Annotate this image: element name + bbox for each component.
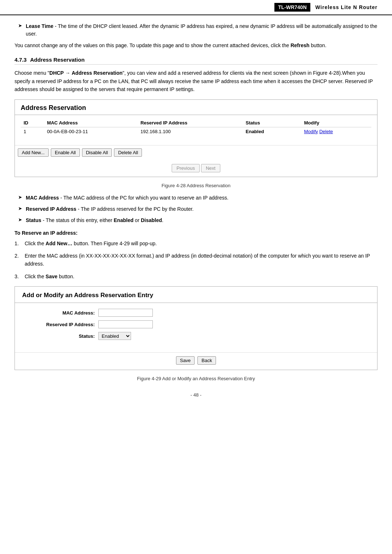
modify-link[interactable]: Modify	[304, 129, 318, 134]
cell-id: 1	[21, 127, 44, 136]
table-button-row: Add New... Enable All Disable All Delete…	[15, 145, 377, 161]
save-bold: Save	[46, 274, 58, 279]
lease-time-label: Lease Time	[26, 23, 53, 29]
refresh-bold: Refresh	[290, 42, 309, 48]
intro-para: Choose menu "DHCP → Address Reservation"…	[15, 69, 377, 93]
status-text: Status - The status of this entry, eithe…	[26, 217, 163, 224]
cell-mac: 00-0A-EB-00-23-11	[44, 127, 138, 136]
step-2-num: 2.	[15, 252, 25, 268]
next-button[interactable]: Next	[201, 164, 220, 172]
step-3-num: 3.	[15, 272, 25, 280]
disable-all-button[interactable]: Disable All	[82, 148, 112, 157]
back-button[interactable]: Back	[197, 356, 216, 365]
previous-button[interactable]: Previous	[172, 164, 200, 172]
form-button-row: Save Back	[15, 352, 377, 370]
mac-address-label: MAC Address	[26, 195, 59, 201]
reserved-ip-text: Reserved IP Address - The IP address res…	[26, 205, 194, 213]
bullet-reserved-ip: ➤ Reserved IP Address - The IP address r…	[15, 205, 377, 213]
bullet-lease-time: ➤ Lease Time - The time of the DHCP clie…	[15, 22, 377, 38]
bullet-arrow-icon: ➤	[18, 23, 22, 38]
bullet-mac-address: ➤ MAC Address - The MAC address of the P…	[15, 194, 377, 202]
page-number: - 48 -	[15, 392, 377, 398]
lease-time-text: Lease Time - The time of the DHCP client…	[26, 22, 377, 38]
mac-address-row: MAC Address:	[22, 309, 370, 317]
mac-address-form-label: MAC Address:	[22, 310, 95, 316]
step-1: 1. Click the Add New… button. Then Figur…	[15, 239, 377, 247]
bullet-arrow-ip: ➤	[18, 206, 22, 213]
status-select[interactable]: Enabled Disabled	[98, 332, 131, 340]
step-1-text: Click the Add New… button. Then Figure 4…	[25, 239, 377, 247]
add-modify-panel: Add or Modify an Address Reservation Ent…	[15, 286, 377, 370]
bullet-status: ➤ Status - The status of this entry, eit…	[15, 217, 377, 224]
disabled-label: Disabled	[141, 217, 162, 223]
table-header-row: ID MAC Address Reserved IP Address Statu…	[21, 119, 371, 127]
form-body: MAC Address: Reserved IP Address: Status…	[15, 303, 377, 349]
form-panel-title: Add or Modify an Address Reservation Ent…	[15, 287, 377, 303]
dhcp-bold: DHCP	[49, 70, 64, 76]
cell-status: Enabled	[243, 127, 301, 136]
col-id-header: ID	[21, 119, 44, 127]
fig29-caption: Figure 4-29 Add or Modify an Address Res…	[15, 376, 377, 381]
step-1-num: 1.	[15, 239, 25, 247]
enabled-label: Enabled	[114, 217, 133, 223]
step-2: 2. Enter the MAC address (in XX-XX-XX-XX…	[15, 252, 377, 268]
reserve-heading: To Reserve an IP address:	[15, 230, 377, 236]
col-status-header: Status	[243, 119, 301, 127]
model-label: TL-WR740N	[274, 3, 310, 12]
step-2-text: Enter the MAC address (in XX-XX-XX-XX-XX…	[25, 252, 377, 268]
mac-address-text: MAC Address - The MAC address of the PC …	[26, 194, 228, 202]
step-3-text: Click the Save button.	[25, 272, 377, 280]
cell-ip: 192.168.1.100	[138, 127, 243, 136]
table-row: 1 00-0A-EB-00-23-11 192.168.1.100 Enable…	[21, 127, 371, 136]
page-header: TL-WR740N Wireless Lite N Router	[0, 0, 392, 15]
col-mac-header: MAC Address	[44, 119, 138, 127]
save-button[interactable]: Save	[176, 356, 195, 365]
col-modify-header: Modify	[301, 119, 371, 127]
address-reservation-panel: Address Reservation ID MAC Address Reser…	[15, 99, 377, 177]
status-row: Status: Enabled Disabled	[22, 332, 370, 340]
section-title: Address Reservation	[30, 57, 85, 63]
step-3: 3. Click the Save button.	[15, 272, 377, 280]
col-ip-header: Reserved IP Address	[138, 119, 243, 127]
refresh-para: You cannot change any of the values on t…	[15, 41, 377, 49]
nav-row: Previous Next	[15, 161, 377, 177]
reserved-ip-form-label: Reserved IP Address:	[22, 322, 95, 327]
panel-title: Address Reservation	[15, 100, 377, 115]
steps-list: 1. Click the Add New… button. Then Figur…	[15, 239, 377, 281]
reserved-ip-row: Reserved IP Address:	[22, 320, 370, 328]
section-number: 4.7.3	[15, 57, 26, 63]
status-label: Status	[26, 217, 41, 223]
add-new-button[interactable]: Add New...	[18, 148, 49, 157]
section-heading-473: 4.7.3 Address Reservation	[15, 57, 377, 65]
reserved-ip-input[interactable]	[98, 320, 153, 328]
status-form-label: Status:	[22, 333, 95, 339]
cell-modify: Modify Delete	[301, 127, 371, 136]
main-content: ➤ Lease Time - The time of the DHCP clie…	[0, 22, 392, 412]
reserved-ip-label: Reserved IP Address	[26, 206, 76, 212]
delete-all-button[interactable]: Delete All	[114, 148, 142, 157]
panel-body: ID MAC Address Reserved IP Address Statu…	[15, 115, 377, 144]
mac-address-input[interactable]	[98, 309, 153, 317]
reservation-table: ID MAC Address Reserved IP Address Statu…	[21, 119, 371, 136]
bullet-arrow-status: ➤	[18, 217, 22, 224]
enable-all-button[interactable]: Enable All	[51, 148, 80, 157]
bullet-arrow-mac: ➤	[18, 194, 22, 202]
fig28-caption: Figure 4-28 Address Reservation	[15, 183, 377, 188]
router-title: Wireless Lite N Router	[312, 3, 381, 12]
addr-res-bold: Address Reservation	[72, 70, 122, 76]
add-new-bold: Add New…	[46, 241, 73, 246]
delete-link[interactable]: Delete	[319, 129, 333, 134]
